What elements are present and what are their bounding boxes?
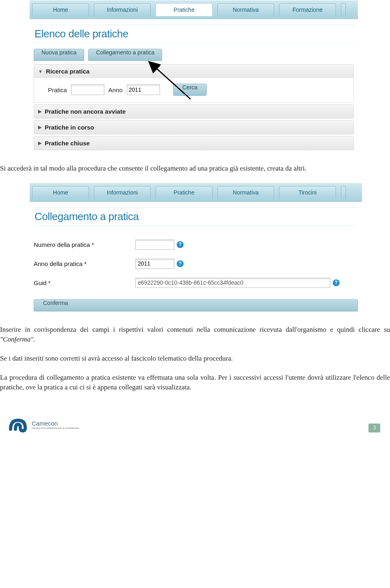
tab-overflow[interactable] xyxy=(341,3,346,16)
paragraph-3: Se i dati inseriti sono corretti si avrà… xyxy=(0,354,390,364)
form-row-anno: Anno della pratica * ? xyxy=(34,259,358,269)
conferma-button[interactable]: Conferma xyxy=(34,299,358,311)
accordion-header-chiuse[interactable]: ▶ Pratiche chiuse xyxy=(34,136,353,150)
accordion-header-in-corso[interactable]: ▶ Pratiche in corso xyxy=(34,121,353,134)
tab-normativa[interactable]: Normativa xyxy=(217,186,274,199)
screenshot-elenco-pratiche: Home Informazioni Pratiche Normativa For… xyxy=(29,0,358,156)
pratica-label: Pratica xyxy=(48,86,67,93)
help-icon[interactable]: ? xyxy=(177,241,184,248)
paragraph-2: Inserire in corrispondenza dei campi i r… xyxy=(0,325,390,345)
tab-informazioni[interactable]: Informazioni xyxy=(94,3,151,16)
action-button-row: Nuova pratica Collegamento a pratica xyxy=(34,49,354,61)
tab-bar: Home Informazioni Pratiche Normativa Tir… xyxy=(30,183,362,202)
accordion-chiuse: ▶ Pratiche chiuse xyxy=(34,136,354,150)
form-row-guid: Guid * ? xyxy=(34,278,358,288)
brand-tagline: Camera di conciliazione per la conciliaz… xyxy=(32,427,79,429)
guid-input[interactable] xyxy=(135,278,330,288)
tab-pratiche[interactable]: Pratiche xyxy=(156,186,212,199)
tab-informazioni[interactable]: Informazioni xyxy=(94,186,151,199)
accordion-ricerca-pratica: ▼ Ricerca pratica Pratica Anno Cerca xyxy=(34,64,354,103)
numero-input[interactable] xyxy=(135,240,174,250)
caret-right-icon: ▶ xyxy=(38,141,41,146)
tab-formazione[interactable]: Formazione xyxy=(279,3,336,16)
help-icon[interactable]: ? xyxy=(177,260,184,267)
accordion-header-ricerca[interactable]: ▼ Ricerca pratica xyxy=(34,65,353,78)
accordion-title: Pratiche in corso xyxy=(45,124,94,131)
screenshot-collegamento-pratica: Home Informazioni Pratiche Normativa Tir… xyxy=(29,183,362,318)
paragraph-4: La procedura di collegamento a pratica e… xyxy=(0,373,390,393)
tab-normativa[interactable]: Normativa xyxy=(217,3,274,16)
accordion-title: Ricerca pratica xyxy=(46,68,90,75)
paragraph-1: Si accederà in tal modo alla procedura c… xyxy=(0,164,390,174)
page-title: Elenco delle pratiche xyxy=(34,25,354,43)
caret-down-icon: ▼ xyxy=(38,69,43,74)
page-title: Collegamento a pratica xyxy=(34,208,358,226)
guid-label: Guid * xyxy=(34,279,135,286)
accordion-title: Pratiche chiuse xyxy=(45,140,90,147)
page-footer: Camecon Camera di conciliazione per la c… xyxy=(0,417,390,432)
tab-home[interactable]: Home xyxy=(32,186,89,199)
accordion-header-non-avviate[interactable]: ▶ Pratiche non ancora avviate xyxy=(34,105,353,118)
brand-name: Camecon xyxy=(32,420,79,427)
tab-tirocini[interactable]: Tirocini xyxy=(279,186,336,199)
tab-overflow[interactable] xyxy=(341,186,346,199)
pratica-input[interactable] xyxy=(71,84,104,95)
help-icon[interactable]: ? xyxy=(333,279,340,286)
search-form-row: Pratica Anno Cerca xyxy=(48,84,349,96)
numero-label: Numero della pratica * xyxy=(34,241,135,248)
anno-input[interactable] xyxy=(135,259,174,269)
cerca-button[interactable]: Cerca xyxy=(173,84,207,96)
page-number: 3 xyxy=(368,424,380,432)
collegamento-a-pratica-button[interactable]: Collegamento a pratica xyxy=(88,49,162,61)
tab-bar: Home Informazioni Pratiche Normativa For… xyxy=(30,0,358,19)
form-row-numero: Numero della pratica * ? xyxy=(34,240,358,250)
tab-pratiche[interactable]: Pratiche xyxy=(156,3,212,16)
nuova-pratica-button[interactable]: Nuova pratica xyxy=(34,49,84,61)
anno-label: Anno della pratica * xyxy=(34,260,135,267)
accordion-title: Pratiche non ancora avviate xyxy=(45,108,126,115)
caret-right-icon: ▶ xyxy=(38,125,41,130)
accordion-non-avviate: ▶ Pratiche non ancora avviate xyxy=(34,104,354,119)
accordion-in-corso: ▶ Pratiche in corso xyxy=(34,120,354,134)
anno-label: Anno xyxy=(108,86,123,93)
logo-icon xyxy=(7,417,29,432)
caret-right-icon: ▶ xyxy=(38,109,41,114)
anno-input[interactable] xyxy=(127,84,160,95)
tab-home[interactable]: Home xyxy=(32,3,89,16)
logo: Camecon Camera di conciliazione per la c… xyxy=(7,417,79,432)
